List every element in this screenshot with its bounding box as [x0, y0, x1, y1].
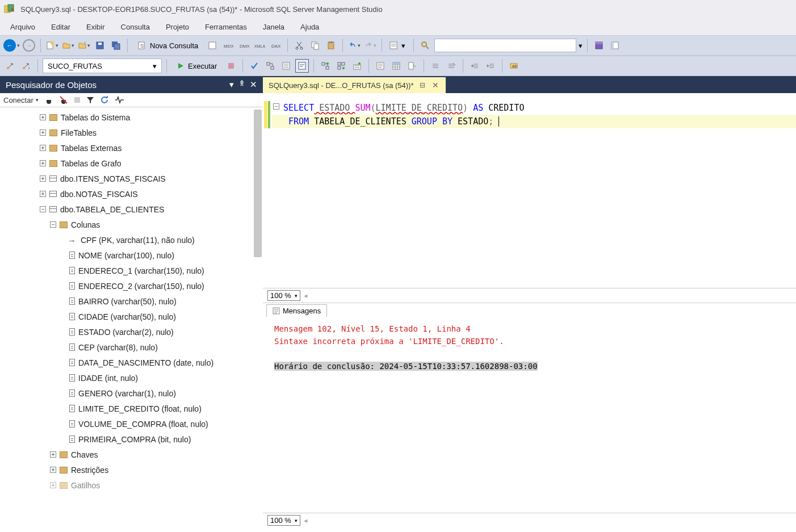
database-selector[interactable]: SUCO_FRUTAS ▾ [43, 58, 162, 73]
tree-column[interactable]: NOME (varchar(100), nulo) [0, 248, 263, 263]
messages-tab[interactable]: Mensagens [266, 304, 327, 317]
actual-plan-icon[interactable] [319, 59, 332, 73]
results-text-icon[interactable] [374, 59, 387, 73]
nav-back-button[interactable]: ←▾ [3, 39, 20, 52]
uncomment-icon[interactable] [445, 59, 458, 73]
properties-icon[interactable] [387, 39, 400, 52]
stop-icon[interactable] [224, 59, 238, 73]
layout2-icon[interactable] [608, 39, 622, 52]
refresh-icon[interactable] [100, 95, 109, 104]
connect-icon[interactable] [3, 59, 17, 73]
tree-column[interactable]: BAIRRO (varchar(50), nulo) [0, 294, 263, 309]
tree-folder[interactable]: +Gatilhos [0, 477, 263, 493]
tree-column[interactable]: CEP (varchar(8), nulo) [0, 340, 263, 355]
results-grid-icon[interactable] [389, 59, 403, 73]
code-editor[interactable]: − SELECT ESTADO SUM(LIMITE_DE_CREDITO) A… [263, 93, 796, 288]
tree-column[interactable]: DATA_DE_NASCIMENTO (date, nulo) [0, 355, 263, 370]
query-options-icon[interactable] [279, 59, 293, 73]
search-input[interactable] [434, 39, 576, 52]
client-stats-icon[interactable] [350, 59, 364, 73]
layout-icon[interactable] [592, 39, 606, 52]
dmx-icon[interactable]: DMX [237, 39, 251, 52]
dax-icon[interactable]: DAX [269, 39, 283, 52]
copy-icon[interactable] [308, 39, 322, 52]
zoom-selector[interactable]: 100 %▾ [267, 290, 300, 301]
tree-column[interactable]: CIDADE (varchar(50), nulo) [0, 309, 263, 324]
collapse-icon[interactable]: − [273, 103, 279, 110]
menu-editar[interactable]: Editar [43, 20, 78, 33]
parse-icon[interactable] [248, 59, 261, 73]
tree-folder[interactable]: +Tabelas Externas [0, 140, 263, 156]
pin-icon[interactable]: ⊟ [418, 81, 426, 89]
menu-consulta[interactable]: Consulta [113, 20, 158, 33]
change-connection-icon[interactable] [19, 59, 33, 73]
live-stats-icon[interactable] [334, 59, 348, 73]
tree-folder[interactable]: +Tabelas de Grafo [0, 156, 263, 171]
outdent-icon[interactable] [484, 59, 497, 73]
intellisense-icon[interactable] [295, 59, 309, 73]
object-explorer-tree[interactable]: +Tabelas do Sistema +FileTables +Tabelas… [0, 107, 263, 527]
cut-icon[interactable] [292, 39, 306, 52]
tree-column[interactable]: IDADE (int, nulo) [0, 370, 263, 386]
stop-oe-icon[interactable] [74, 97, 81, 103]
comment-icon[interactable] [429, 59, 442, 73]
tree-folder[interactable]: +Chaves [0, 447, 263, 462]
xmla-icon[interactable]: XMLA [253, 39, 267, 52]
paste-icon[interactable] [324, 39, 338, 52]
tree-column[interactable]: ⊸CPF (PK, varchar(11), não nulo) [0, 232, 263, 248]
tree-folder[interactable]: +Restrições [0, 462, 263, 477]
tree-column[interactable]: ENDERECO_2 (varchar(150), nulo) [0, 278, 263, 294]
specify-values-icon[interactable]: ab [507, 59, 521, 73]
tree-table[interactable]: −dbo.TABELA_DE_CLIENTES [0, 202, 263, 217]
tree-column[interactable]: VOLUME_DE_COMPRA (float, nulo) [0, 416, 263, 432]
add-file-icon[interactable]: +▾ [77, 39, 91, 52]
results-file-icon[interactable] [405, 59, 419, 73]
save-all-icon[interactable] [109, 39, 123, 52]
document-tab[interactable]: SQLQuery3.sql - DE...O_FRUTAS (sa (54))*… [263, 77, 446, 93]
tree-table[interactable]: +dbo.NOTAS_FISCAIS [0, 186, 263, 202]
nav-forward-button[interactable]: → [22, 39, 36, 52]
tree-column[interactable]: ENDERECO_1 (varchar(150), nulo) [0, 263, 263, 278]
menu-janela[interactable]: Janela [255, 20, 292, 33]
execute-button[interactable]: Executar [171, 58, 222, 73]
indent-icon[interactable] [468, 59, 481, 73]
find-icon[interactable] [418, 39, 432, 52]
panel-dropdown-icon[interactable]: ▾ [229, 79, 234, 90]
menu-exibir[interactable]: Exibir [78, 20, 113, 33]
tree-column[interactable]: LIMITE_DE_CREDITO (float, nulo) [0, 401, 263, 416]
new-query-button[interactable]: S Nova Consulta [132, 38, 203, 53]
activity-icon[interactable] [115, 96, 125, 104]
undo-icon[interactable]: ▾ [347, 39, 361, 52]
open-file-icon[interactable]: ▾ [61, 39, 75, 52]
new-project-icon[interactable]: ▾ [45, 39, 59, 52]
menu-ferramentas[interactable]: Ferramentas [197, 20, 255, 33]
tree-folder[interactable]: +Tabelas do Sistema [0, 110, 263, 125]
menu-projeto[interactable]: Projeto [158, 20, 197, 33]
close-icon[interactable]: ✕ [431, 81, 440, 90]
menu-ajuda[interactable]: Ajuda [292, 20, 327, 33]
scroll-left-icon[interactable]: ◂ [304, 516, 308, 525]
save-icon[interactable] [93, 39, 107, 52]
tree-folder-colunas[interactable]: −Colunas [0, 217, 263, 232]
scrollbar[interactable] [254, 110, 262, 257]
connect-dropdown[interactable]: Conectar ▾ [3, 96, 39, 104]
tree-column[interactable]: GENERO (varchar(1), nulo) [0, 386, 263, 401]
panel-close-icon[interactable]: ✕ [250, 79, 257, 90]
redo-icon[interactable]: ▾ [363, 39, 377, 52]
tree-column[interactable]: PRIMEIRA_COMPRA (bit, nulo) [0, 432, 263, 447]
code-region: − SELECT ESTADO SUM(LIMITE_DE_CREDITO) A… [263, 93, 796, 527]
tree-table[interactable]: +dbo.ITENS_NOTAS_FISCAIS [0, 171, 263, 186]
mdx-icon[interactable]: MDX [221, 39, 235, 52]
tree-folder[interactable]: +FileTables [0, 125, 263, 140]
panel-pin-icon[interactable] [238, 79, 245, 90]
disconnect-icon[interactable] [59, 95, 68, 104]
display-plan-icon[interactable] [263, 59, 277, 73]
messages-pane[interactable]: Mensagem 102, Nível 15, Estado 1, Linha … [263, 317, 796, 513]
menu-arquivo[interactable]: Arquivo [2, 20, 43, 33]
connect-plug-icon[interactable] [44, 95, 53, 104]
zoom-selector-bottom[interactable]: 100 %▾ [267, 515, 300, 526]
scroll-left-icon[interactable]: ◂ [304, 291, 308, 300]
tree-column[interactable]: ESTADO (varchar(2), nulo) [0, 324, 263, 340]
query-sql-icon[interactable] [206, 39, 219, 52]
filter-icon[interactable] [86, 96, 94, 104]
